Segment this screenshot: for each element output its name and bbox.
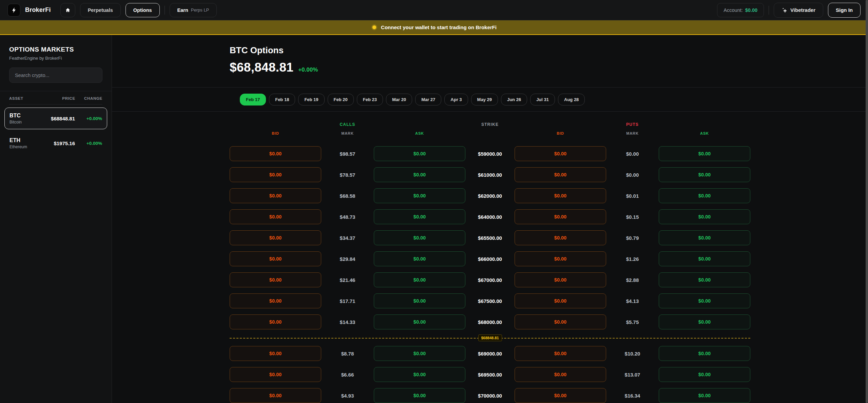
- call-ask-button[interactable]: $0.00: [374, 346, 465, 361]
- strike-price: $67000.00: [465, 277, 515, 283]
- call-ask-button[interactable]: $0.00: [374, 209, 465, 224]
- brand-title: BrokerFi: [25, 6, 51, 14]
- strike-price: $59000.00: [465, 151, 515, 157]
- sign-in-button[interactable]: Sign In: [828, 3, 861, 18]
- market-symbol: ETH: [9, 137, 42, 143]
- call-ask-button[interactable]: $0.00: [374, 230, 465, 245]
- call-mark-value: $14.33: [321, 319, 374, 325]
- expiry-tab-feb-19[interactable]: Feb 19: [298, 94, 324, 105]
- call-ask-button[interactable]: $0.00: [374, 314, 465, 329]
- expiry-tab-apr-3[interactable]: Apr 3: [444, 94, 468, 105]
- put-ask-button[interactable]: $0.00: [659, 314, 750, 329]
- call-bid-button[interactable]: $0.00: [230, 251, 321, 266]
- nav-link-earn[interactable]: Earn Perps LP: [170, 3, 217, 17]
- expiry-tab-feb-23[interactable]: Feb 23: [357, 94, 383, 105]
- strike-price: $64000.00: [465, 214, 515, 220]
- expiry-tab-mar-20[interactable]: Mar 20: [386, 94, 412, 105]
- option-row: $0.00 $34.37 $0.00 $65500.00 $0.00 $0.79…: [230, 227, 750, 248]
- home-icon: [65, 7, 71, 13]
- put-ask-button[interactable]: $0.00: [659, 230, 750, 245]
- connect-wallet-banner[interactable]: Connect your wallet to start trading on …: [0, 20, 868, 35]
- call-mark-value: $34.37: [321, 235, 374, 241]
- market-row[interactable]: BTC Bitcoin $68848.81 +0.00%: [4, 108, 107, 129]
- put-bid-button[interactable]: $0.00: [515, 388, 606, 403]
- home-button[interactable]: [60, 3, 75, 17]
- sidebar-title: OPTIONS MARKETS: [9, 46, 102, 53]
- expiry-tab-jun-26[interactable]: Jun 26: [501, 94, 527, 105]
- market-list: BTC Bitcoin $68848.81 +0.00% ETH Ethereu…: [9, 108, 102, 154]
- scrollbar-thumb[interactable]: [866, 0, 868, 403]
- put-ask-button[interactable]: $0.00: [659, 272, 750, 287]
- market-change: +0.00%: [75, 116, 102, 121]
- expiry-tab-feb-17[interactable]: Feb 17: [240, 94, 266, 105]
- call-bid-button[interactable]: $0.00: [230, 293, 321, 308]
- put-ask-button[interactable]: $0.00: [659, 251, 750, 266]
- call-ask-button[interactable]: $0.00: [374, 272, 465, 287]
- put-bid-button[interactable]: $0.00: [515, 367, 606, 382]
- put-bid-button[interactable]: $0.00: [515, 346, 606, 361]
- put-mark-value: $0.79: [606, 235, 659, 241]
- strike-price: $65500.00: [465, 235, 515, 241]
- put-ask-button[interactable]: $0.00: [659, 293, 750, 308]
- put-bid-button[interactable]: $0.00: [515, 209, 606, 224]
- call-ask-button[interactable]: $0.00: [374, 367, 465, 382]
- call-bid-button[interactable]: $0.00: [230, 272, 321, 287]
- put-ask-button[interactable]: $0.00: [659, 388, 750, 403]
- call-bid-button[interactable]: $0.00: [230, 188, 321, 203]
- call-bid-button[interactable]: $0.00: [230, 209, 321, 224]
- vertical-scrollbar[interactable]: [866, 0, 868, 403]
- option-row: $0.00 $21.46 $0.00 $67000.00 $0.00 $2.88…: [230, 269, 750, 290]
- call-bid-button[interactable]: $0.00: [230, 314, 321, 329]
- put-ask-button[interactable]: $0.00: [659, 209, 750, 224]
- put-ask-button[interactable]: $0.00: [659, 167, 750, 182]
- expiry-tab-may-29[interactable]: May 29: [471, 94, 498, 105]
- call-bid-button[interactable]: $0.00: [230, 146, 321, 161]
- put-ask-button[interactable]: $0.00: [659, 346, 750, 361]
- call-ask-button[interactable]: $0.00: [374, 188, 465, 203]
- expiry-tab-mar-27[interactable]: Mar 27: [415, 94, 441, 105]
- call-ask-button[interactable]: $0.00: [374, 293, 465, 308]
- call-ask-button[interactable]: $0.00: [374, 146, 465, 161]
- expiry-tab-feb-20[interactable]: Feb 20: [328, 94, 354, 105]
- call-bid-button[interactable]: $0.00: [230, 230, 321, 245]
- put-bid-button[interactable]: $0.00: [515, 293, 606, 308]
- expiry-tab-aug-28[interactable]: Aug 28: [558, 94, 585, 105]
- nav-divider: [769, 6, 769, 15]
- put-ask-button[interactable]: $0.00: [659, 146, 750, 161]
- call-ask-button[interactable]: $0.00: [374, 251, 465, 266]
- call-bid-button[interactable]: $0.00: [230, 167, 321, 182]
- call-mark-value: $17.71: [321, 298, 374, 304]
- option-group-header: CALLS STRIKE PUTS: [230, 122, 750, 127]
- earn-label: Earn: [177, 7, 188, 13]
- market-list-header: ASSET PRICE CHANGE: [9, 91, 102, 104]
- strike-price: $69500.00: [465, 372, 515, 378]
- spot-price: $68,848.81: [230, 60, 293, 75]
- put-bid-button[interactable]: $0.00: [515, 167, 606, 182]
- call-bid-button[interactable]: $0.00: [230, 346, 321, 361]
- put-ask-button[interactable]: $0.00: [659, 367, 750, 382]
- put-bid-button[interactable]: $0.00: [515, 146, 606, 161]
- strike-price: $70000.00: [465, 393, 515, 399]
- market-row[interactable]: ETH Ethereum $1975.16 +0.00%: [4, 132, 107, 154]
- column-change: CHANGE: [75, 96, 102, 100]
- put-mark-value: $4.13: [606, 298, 659, 304]
- vibetrader-button[interactable]: Vibetrader: [774, 3, 823, 18]
- put-bid-button[interactable]: $0.00: [515, 272, 606, 287]
- put-bid-button[interactable]: $0.00: [515, 188, 606, 203]
- nav-link-options[interactable]: Options: [126, 3, 160, 17]
- put-bid-button[interactable]: $0.00: [515, 251, 606, 266]
- spot-price-change: +0.00%: [298, 66, 318, 73]
- put-ask-button[interactable]: $0.00: [659, 188, 750, 203]
- put-bid-button[interactable]: $0.00: [515, 230, 606, 245]
- expiry-tab-jul-31[interactable]: Jul 31: [530, 94, 555, 105]
- expiry-tab-feb-18[interactable]: Feb 18: [269, 94, 295, 105]
- call-ask-button[interactable]: $0.00: [374, 388, 465, 403]
- search-input[interactable]: [9, 68, 102, 83]
- nav-link-perpetuals[interactable]: Perpetuals: [80, 3, 121, 17]
- put-mark-value: $1.26: [606, 256, 659, 262]
- call-bid-button[interactable]: $0.00: [230, 388, 321, 403]
- call-bid-button[interactable]: $0.00: [230, 367, 321, 382]
- put-bid-button[interactable]: $0.00: [515, 314, 606, 329]
- top-navbar: BrokerFi Perpetuals Options Earn Perps L…: [0, 0, 868, 20]
- call-ask-button[interactable]: $0.00: [374, 167, 465, 182]
